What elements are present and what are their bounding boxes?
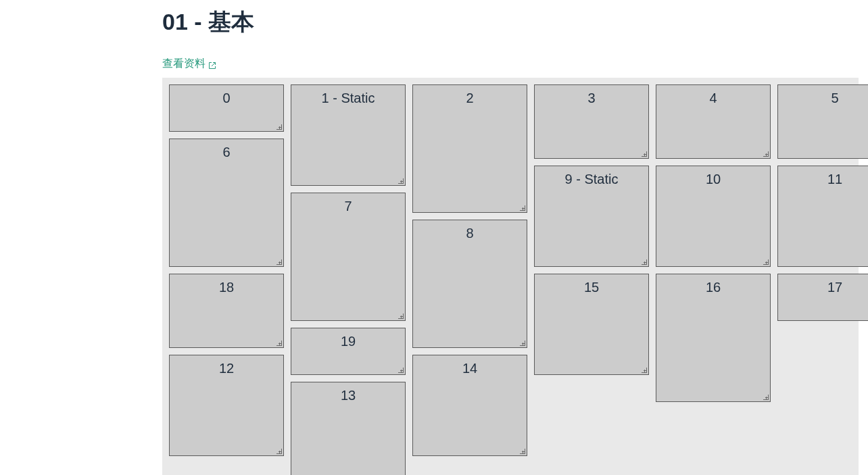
resize-handle-icon <box>640 258 647 265</box>
grid-item-label: 16 <box>706 280 721 295</box>
grid-item-item-11[interactable]: 11 <box>777 166 868 267</box>
grid-item-item-17[interactable]: 17 <box>777 274 868 321</box>
grid-item-label: 0 <box>222 91 230 105</box>
grid-item-item-9: 9 - Static <box>534 166 649 267</box>
grid-item-label: 8 <box>466 226 473 241</box>
grid-item-label: 3 <box>587 91 595 105</box>
grid-item-label: 12 <box>219 361 234 376</box>
resize-handle-icon[interactable] <box>640 366 647 373</box>
grid-item-label: 15 <box>584 280 599 295</box>
grid-item-item-3[interactable]: 3 <box>534 84 649 159</box>
grid-item-item-7[interactable]: 7 <box>291 193 406 321</box>
resize-handle-icon[interactable] <box>762 393 769 400</box>
grid-item-label: 6 <box>222 145 230 159</box>
grid-item-item-15[interactable]: 15 <box>534 274 649 375</box>
grid-item-item-10[interactable]: 10 <box>656 166 771 267</box>
resize-handle-icon[interactable] <box>640 150 647 157</box>
grid-layout[interactable]: 01 - Static23456789 - Static101112131415… <box>162 78 859 475</box>
resize-handle-icon[interactable] <box>275 123 282 130</box>
grid-item-item-14[interactable]: 14 <box>412 355 527 456</box>
grid-item-label: 17 <box>827 280 842 295</box>
grid-item-label: 1 - Static <box>322 91 375 105</box>
grid-item-label: 4 <box>709 91 717 105</box>
resize-handle-icon[interactable] <box>762 150 769 157</box>
resize-handle-icon[interactable] <box>275 339 282 346</box>
grid-item-label: 7 <box>344 199 352 214</box>
grid-item-item-2[interactable]: 2 <box>412 84 527 213</box>
grid-item-item-1: 1 - Static <box>291 84 406 186</box>
resize-handle-icon[interactable] <box>519 204 525 211</box>
grid-item-label: 10 <box>706 172 721 186</box>
resize-handle-icon[interactable] <box>762 258 769 265</box>
page-title: 01 - 基本 <box>162 7 841 38</box>
grid-item-label: 14 <box>462 361 477 376</box>
resize-handle-icon[interactable] <box>275 258 282 265</box>
resize-handle-icon[interactable] <box>519 447 525 454</box>
grid-item-label: 13 <box>341 388 356 403</box>
resize-handle-icon[interactable] <box>397 312 404 319</box>
grid-item-item-12[interactable]: 12 <box>169 355 284 456</box>
external-link-icon <box>208 60 216 68</box>
grid-item-item-4[interactable]: 4 <box>656 84 771 159</box>
grid-item-item-0[interactable]: 0 <box>169 84 284 132</box>
grid-item-item-19[interactable]: 19 <box>291 328 406 375</box>
resize-handle-icon <box>397 177 404 184</box>
grid-item-label: 18 <box>219 280 234 295</box>
grid-item-item-5[interactable]: 5 <box>777 84 868 159</box>
grid-item-label: 5 <box>831 91 838 105</box>
grid-item-item-18[interactable]: 18 <box>169 274 284 348</box>
grid-item-label: 11 <box>827 172 842 186</box>
view-docs-label: 查看资料 <box>162 57 206 71</box>
grid-item-item-16[interactable]: 16 <box>656 274 771 402</box>
grid-item-item-6[interactable]: 6 <box>169 139 284 267</box>
grid-item-item-8[interactable]: 8 <box>412 220 527 348</box>
resize-handle-icon[interactable] <box>275 447 282 454</box>
resize-handle-icon[interactable] <box>397 366 404 373</box>
grid-item-item-13[interactable]: 13 <box>291 382 406 475</box>
view-docs-link[interactable]: 查看资料 <box>162 57 216 71</box>
grid-item-label: 19 <box>341 334 356 349</box>
grid-item-label: 2 <box>466 91 473 105</box>
resize-handle-icon[interactable] <box>519 339 525 346</box>
grid-item-label: 9 - Static <box>565 172 619 186</box>
